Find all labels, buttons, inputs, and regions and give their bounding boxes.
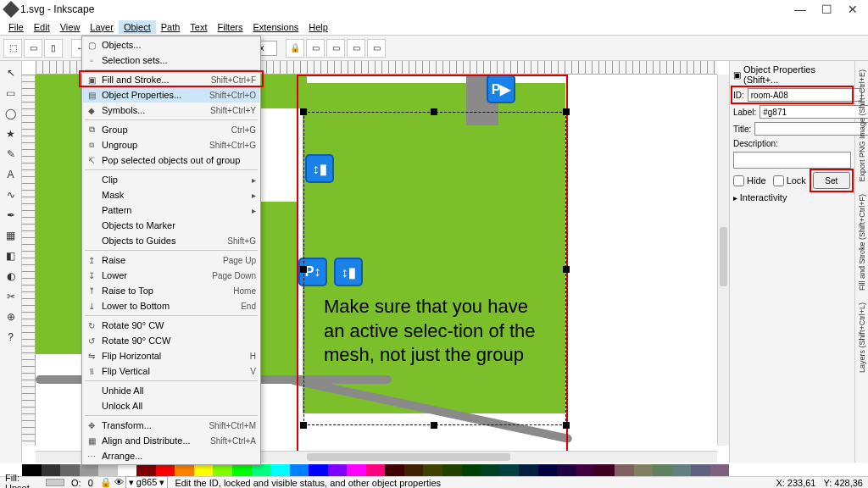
palette-swatch[interactable] bbox=[519, 464, 538, 476]
tool-select[interactable]: ↖ bbox=[3, 64, 19, 81]
toolbar-btn-generic[interactable]: ▭ bbox=[306, 39, 325, 58]
menu-item[interactable]: ▢Objects... bbox=[83, 37, 259, 53]
palette-swatch[interactable] bbox=[42, 464, 61, 476]
palette-swatch[interactable] bbox=[328, 464, 348, 476]
toolbar-btn-generic[interactable]: ▭ bbox=[24, 39, 42, 58]
palette-swatch[interactable] bbox=[347, 464, 366, 476]
palette-swatch[interactable] bbox=[270, 464, 290, 476]
palette-swatch[interactable] bbox=[252, 464, 271, 476]
palette-swatch[interactable] bbox=[423, 464, 442, 476]
tool-dropper[interactable]: ◐ bbox=[3, 268, 19, 285]
palette-swatch[interactable] bbox=[595, 464, 615, 476]
palette-swatch[interactable] bbox=[136, 464, 156, 476]
menu-item[interactable]: Unlock All bbox=[83, 398, 259, 413]
palette-swatch[interactable] bbox=[80, 464, 99, 476]
tool-connector[interactable]: ? bbox=[3, 329, 19, 346]
palette-swatch[interactable] bbox=[309, 464, 328, 476]
minimize-button[interactable]: — bbox=[794, 3, 806, 16]
palette-swatch[interactable] bbox=[500, 464, 520, 476]
close-button[interactable]: ✕ bbox=[848, 3, 858, 16]
menu-view[interactable]: View bbox=[55, 20, 86, 34]
menu-layer[interactable]: Layer bbox=[85, 20, 119, 34]
palette-swatch[interactable] bbox=[366, 464, 386, 476]
menu-item[interactable]: Mask▸ bbox=[83, 187, 259, 202]
menu-help[interactable]: Help bbox=[303, 20, 333, 34]
palette-swatch[interactable] bbox=[60, 464, 80, 476]
palette-swatch[interactable] bbox=[118, 464, 137, 476]
menu-object[interactable]: Object bbox=[119, 20, 156, 34]
menu-item[interactable]: ⧉GroupCtrl+G bbox=[83, 122, 259, 137]
tool-bezier[interactable]: ∿ bbox=[3, 186, 19, 203]
menu-item[interactable]: ↸Pop selected objects out of group bbox=[83, 152, 259, 168]
palette-swatch[interactable] bbox=[615, 464, 634, 476]
tool-ellipse[interactable]: ◯ bbox=[3, 105, 19, 122]
toolbar-btn-generic[interactable]: ▭ bbox=[326, 39, 345, 58]
toolbar-btn-generic[interactable]: ⬚ bbox=[3, 39, 22, 58]
menu-item[interactable]: Unhide All bbox=[83, 383, 259, 398]
palette-swatch[interactable] bbox=[710, 464, 730, 476]
palette-swatch[interactable] bbox=[175, 464, 194, 476]
toolbar-btn-generic[interactable]: ▭ bbox=[367, 39, 386, 58]
menu-item[interactable]: ⥮Flip VerticalV bbox=[83, 363, 259, 379]
menu-item[interactable]: ▫Selection sets... bbox=[83, 53, 259, 68]
palette-swatch[interactable] bbox=[576, 464, 596, 476]
tool-pencil[interactable]: ✎ bbox=[3, 146, 19, 163]
palette-swatch[interactable] bbox=[194, 464, 214, 476]
tab-export-png[interactable]: Export PNG Image (Shift+Ctrl+E) bbox=[857, 66, 867, 186]
lock-ratio-button[interactable]: 🔒 bbox=[286, 39, 304, 58]
lock-checkbox[interactable]: Lock bbox=[773, 175, 806, 186]
menu-item[interactable]: Pattern▸ bbox=[83, 202, 259, 218]
palette-swatch[interactable] bbox=[672, 464, 692, 476]
menu-item[interactable]: ↺Rotate 90° CCW bbox=[83, 333, 259, 348]
menu-item[interactable]: ⋯Arrange... bbox=[83, 448, 259, 463]
menu-extensions[interactable]: Extensions bbox=[248, 20, 303, 34]
toolbar-btn-generic[interactable]: ▭ bbox=[347, 39, 365, 58]
palette-swatch[interactable] bbox=[557, 464, 576, 476]
menu-file[interactable]: File bbox=[3, 20, 29, 34]
palette-swatch[interactable] bbox=[462, 464, 481, 476]
menu-item[interactable]: ⤓Lower to BottomEnd bbox=[83, 298, 259, 313]
palette-swatch[interactable] bbox=[290, 464, 309, 476]
tool-star[interactable]: ★ bbox=[3, 125, 19, 142]
palette-swatch[interactable] bbox=[385, 464, 404, 476]
menu-path[interactable]: Path bbox=[156, 20, 186, 34]
menu-item[interactable]: ↥RaisePage Up bbox=[83, 252, 259, 268]
menu-item[interactable]: Clip▸ bbox=[83, 172, 259, 187]
tool-gradient[interactable]: ▦ bbox=[3, 227, 19, 244]
palette-swatch[interactable] bbox=[232, 464, 252, 476]
palette-swatch[interactable] bbox=[98, 464, 118, 476]
fill-value[interactable]: Unset bbox=[5, 483, 30, 489]
tool-calligraphy[interactable]: ✒ bbox=[3, 207, 19, 224]
maximize-button[interactable]: ☐ bbox=[821, 3, 832, 16]
tab-fill-stroke[interactable]: Fill and Stroke (Shift+Ctrl+F) bbox=[857, 191, 867, 294]
layer-lock-visibility-icons[interactable]: 🔒 👁 bbox=[100, 477, 124, 488]
menu-edit[interactable]: Edit bbox=[29, 20, 55, 34]
menu-item[interactable]: ⤒Raise to TopHome bbox=[83, 283, 259, 298]
tool-node[interactable]: ◧ bbox=[3, 247, 19, 264]
tool-text[interactable]: A bbox=[3, 166, 19, 183]
fill-swatch[interactable] bbox=[46, 479, 64, 486]
toolbar-btn-generic[interactable]: ▯ bbox=[44, 39, 63, 58]
description-textarea[interactable] bbox=[733, 152, 851, 169]
canvas-scrollbar-vertical[interactable] bbox=[717, 75, 729, 446]
tool-rectangle[interactable]: ▭ bbox=[3, 85, 19, 102]
opacity-value[interactable]: 0 bbox=[88, 478, 93, 488]
palette-swatch[interactable] bbox=[442, 464, 462, 476]
menu-item[interactable]: Objects to GuidesShift+G bbox=[83, 233, 259, 248]
menu-item[interactable]: ◆Symbols...Shift+Ctrl+Y bbox=[83, 103, 259, 118]
menu-item[interactable]: Objects to Marker bbox=[83, 218, 259, 233]
palette-swatch[interactable] bbox=[653, 464, 672, 476]
palette-swatch[interactable] bbox=[691, 464, 710, 476]
menu-item[interactable]: ⇋Flip HorizontalH bbox=[83, 348, 259, 363]
menu-item[interactable]: ↧LowerPage Down bbox=[83, 268, 259, 283]
layer-selector[interactable]: ▾ g865 ▾ bbox=[125, 476, 169, 488]
tool-zoom[interactable]: ⊕ bbox=[3, 308, 19, 325]
interactivity-expander[interactable]: ▸ Interactivity bbox=[733, 192, 851, 202]
menu-text[interactable]: Text bbox=[185, 20, 212, 34]
color-palette[interactable] bbox=[22, 464, 729, 476]
palette-swatch[interactable] bbox=[634, 464, 654, 476]
menu-item[interactable]: ↻Rotate 90° CW bbox=[83, 318, 259, 333]
menu-item[interactable]: ⧈UngroupShift+Ctrl+G bbox=[83, 137, 259, 152]
menu-filters[interactable]: Filters bbox=[213, 20, 248, 34]
menu-item[interactable]: ▤Object Properties...Shift+Ctrl+O bbox=[83, 87, 259, 103]
